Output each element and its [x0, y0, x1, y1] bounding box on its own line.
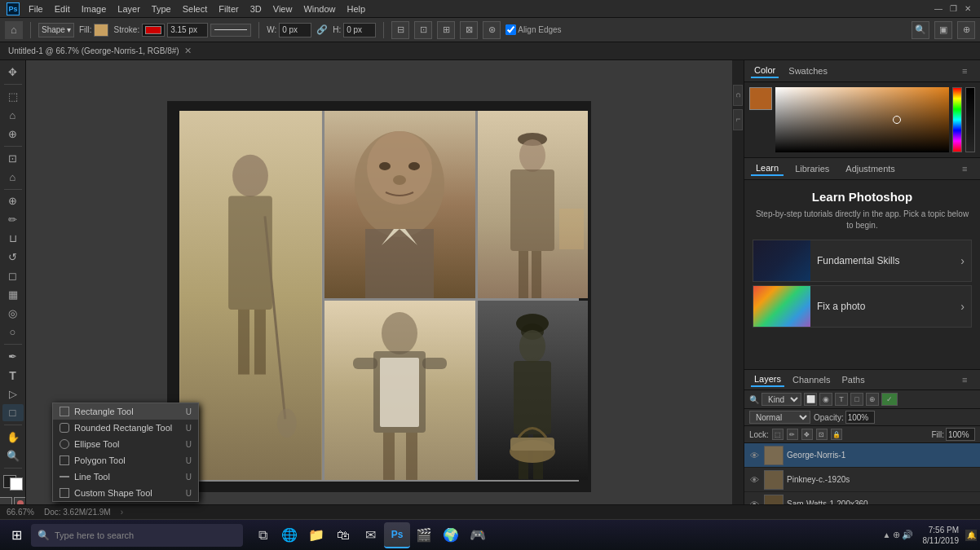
tray-volume[interactable]: 🔊 — [902, 530, 913, 540]
tool-zoom[interactable]: 🔍 — [2, 447, 24, 464]
lock-pixels-btn[interactable]: ✏ — [787, 429, 798, 440]
start-button[interactable]: ⊞ — [3, 522, 29, 548]
opacity-input[interactable] — [845, 411, 875, 424]
tool-history[interactable]: ↺ — [2, 249, 24, 266]
video-btn[interactable]: 🎬 — [411, 522, 437, 548]
tool-blur[interactable]: ◎ — [2, 305, 24, 322]
tab-learn[interactable]: Learn — [751, 161, 784, 176]
stroke-line-style[interactable] — [210, 24, 251, 37]
notification-btn[interactable]: 🔔 — [965, 530, 977, 541]
menu-select[interactable]: Select — [179, 2, 212, 15]
panel-strip-color[interactable]: C — [733, 85, 743, 106]
tab-libraries[interactable]: Libraries — [790, 162, 834, 175]
alpha-slider[interactable] — [965, 87, 975, 152]
taskbar-search[interactable]: 🔍 Type here to search — [31, 524, 243, 547]
shape-dropdown[interactable]: Shape ▾ — [38, 23, 74, 37]
menu-file[interactable]: File — [24, 2, 47, 15]
flyout-item-2[interactable]: Ellipse ToolU — [53, 436, 198, 452]
width-input[interactable] — [279, 23, 311, 37]
flyout-item-3[interactable]: Polygon ToolU — [53, 452, 198, 469]
tool-type[interactable]: T — [2, 367, 24, 384]
search-button[interactable]: 🔍 — [912, 21, 929, 39]
layer-row-0[interactable]: 👁George-Norris-1 — [744, 443, 980, 468]
restore-button[interactable]: ❐ — [947, 3, 959, 15]
flyout-item-4[interactable]: Line ToolU — [53, 469, 198, 485]
tool-marquee[interactable]: ⬚ — [2, 88, 24, 105]
tool-brush[interactable]: ✏ — [2, 211, 24, 228]
learn-panel-collapse[interactable]: ≡ — [962, 164, 973, 174]
tool-eyedropper[interactable]: ⌂ — [2, 169, 24, 186]
document-close-button[interactable]: ✕ — [184, 46, 192, 56]
explorer-btn[interactable]: 📁 — [303, 522, 329, 548]
flyout-item-5[interactable]: Custom Shape ToolU — [53, 485, 198, 501]
menu-image[interactable]: Image — [77, 2, 111, 15]
tool-stamp[interactable]: ⊔ — [2, 230, 24, 247]
warp-button[interactable]: ⊛ — [483, 21, 501, 39]
tool-shape[interactable]: □ — [2, 404, 24, 421]
filter-adjust-btn[interactable]: ◉ — [819, 393, 832, 406]
workspace-button[interactable]: ▣ — [934, 21, 952, 39]
tool-dodge[interactable]: ○ — [2, 323, 24, 341]
tab-color[interactable]: Color — [751, 64, 779, 78]
tab-channels[interactable]: Channels — [789, 373, 833, 386]
align-left-button[interactable]: ⊟ — [391, 21, 409, 39]
menu-help[interactable]: Help — [343, 2, 370, 15]
hue-slider[interactable] — [952, 87, 962, 152]
lock-all-btn[interactable]: 🔒 — [831, 429, 842, 440]
filter-pixel-btn[interactable]: ⬜ — [804, 393, 817, 406]
tool-eraser[interactable]: ◻ — [2, 267, 24, 284]
menu-window[interactable]: Window — [299, 2, 339, 15]
menu-filter[interactable]: Filter — [214, 2, 242, 15]
arrange-button[interactable]: ⊕ — [957, 21, 975, 39]
menu-edit[interactable]: Edit — [51, 2, 74, 15]
distribute-button[interactable]: ⊞ — [437, 21, 455, 39]
system-clock[interactable]: 7:56 PM 8/11/2019 — [920, 525, 963, 546]
color-panel-collapse[interactable]: ≡ — [962, 66, 973, 76]
foreground-color[interactable] — [3, 475, 23, 491]
tool-lasso[interactable]: ⌂ — [2, 107, 24, 124]
edge-btn[interactable]: 🌐 — [276, 522, 302, 548]
tool-healing[interactable]: ⊕ — [2, 192, 24, 209]
color-gradient-picker[interactable] — [775, 87, 949, 152]
tab-swatches[interactable]: Swatches — [785, 64, 831, 77]
fill-color-picker[interactable] — [94, 24, 108, 37]
lock-transparent-btn[interactable]: ⬚ — [772, 429, 784, 440]
tab-paths[interactable]: Paths — [839, 373, 868, 386]
height-input[interactable] — [343, 23, 376, 37]
status-arrow[interactable]: › — [121, 508, 123, 517]
photoshop-btn[interactable]: Ps — [384, 522, 410, 548]
foreground-color-swatch[interactable] — [749, 87, 772, 110]
blend-mode-dropdown[interactable]: Normal — [749, 411, 810, 424]
tray-up-arrow[interactable]: ▲ — [883, 530, 891, 539]
menu-type[interactable]: Type — [148, 2, 175, 15]
minimize-button[interactable]: — — [933, 3, 944, 15]
discord-btn[interactable]: 🎮 — [465, 522, 491, 548]
lock-position-btn[interactable]: ✥ — [801, 429, 813, 440]
tab-adjustments[interactable]: Adjustments — [841, 162, 900, 175]
align-edges-checkbox[interactable] — [505, 24, 516, 35]
mail-btn[interactable]: ✉ — [357, 522, 383, 548]
layers-panel-collapse[interactable]: ≡ — [962, 375, 973, 385]
tool-path-select[interactable]: ▷ — [2, 385, 24, 403]
tool-quick-select[interactable]: ⊕ — [2, 125, 24, 143]
tray-network[interactable]: ⊕ — [893, 530, 900, 540]
store-btn[interactable]: 🛍 — [330, 522, 356, 548]
chrome-btn[interactable]: 🌍 — [438, 522, 464, 548]
tool-crop[interactable]: ⊡ — [2, 150, 24, 167]
filter-toggle-btn[interactable]: ✓ — [881, 393, 898, 406]
stroke-size-input[interactable] — [167, 23, 208, 37]
tool-hand[interactable]: ✋ — [2, 429, 24, 446]
task-view-btn[interactable]: ⧉ — [249, 522, 276, 548]
flyout-item-1[interactable]: Rounded Rectangle ToolU — [53, 420, 198, 436]
canvas-area[interactable]: Rectangle ToolURounded Rectangle ToolUEl… — [26, 60, 732, 532]
panel-strip-layers[interactable]: L — [733, 109, 743, 130]
layer-eye-1[interactable]: 👁 — [748, 473, 761, 486]
menu-layer[interactable]: Layer — [113, 2, 144, 15]
tool-gradient[interactable]: ▦ — [2, 286, 24, 303]
menu-3d[interactable]: 3D — [246, 2, 266, 15]
filter-type-btn[interactable]: T — [835, 393, 848, 406]
fill-input[interactable] — [946, 428, 975, 441]
filter-smart-btn[interactable]: ⊕ — [866, 393, 879, 406]
flyout-item-0[interactable]: Rectangle ToolU — [53, 403, 198, 420]
transform-button[interactable]: ⊠ — [460, 21, 478, 39]
